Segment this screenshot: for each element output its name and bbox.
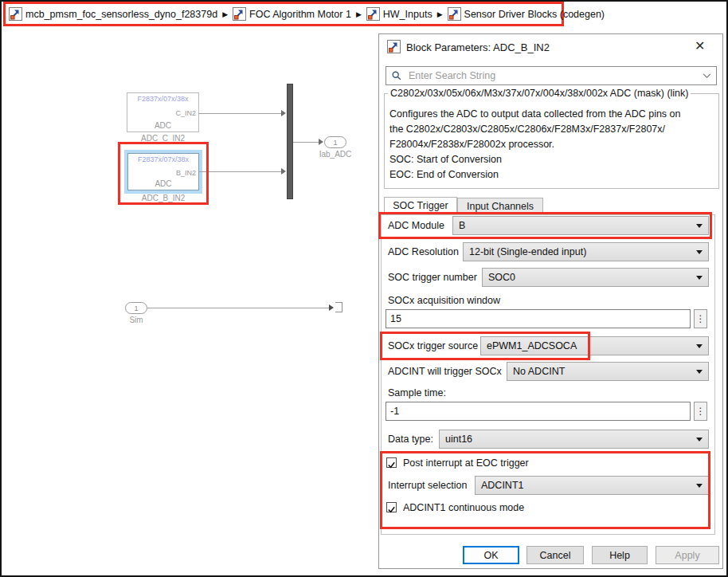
signal-wire (147, 308, 331, 308)
breadcrumb-item-foc-algorithm[interactable]: FOC Algorithm Motor 1 (249, 9, 351, 20)
subsystem-icon (448, 7, 461, 21)
block-body-label: ADC (128, 179, 198, 188)
tab-soc-trigger[interactable]: SOC Trigger (384, 197, 457, 214)
block-parameters-dialog: Block Parameters: ADC_B_IN2 ✕ C2802x/03x… (378, 33, 723, 569)
sample-time-label: Sample time: (388, 387, 446, 398)
data-type-dropdown[interactable]: uint16 (439, 430, 709, 449)
dropdown-arrow-icon (696, 438, 703, 445)
inport-caption: Sim (119, 316, 154, 324)
dropdown-arrow-icon (696, 276, 703, 283)
block-body-label: ADC (127, 121, 198, 130)
post-interrupt-label: Post interrupt at EOC trigger (403, 457, 529, 469)
post-interrupt-checkbox[interactable] (386, 457, 397, 468)
breadcrumb-separator: ▶ (356, 10, 362, 18)
adcint-will-trigger-label: ADCINT will trigger SOCx (388, 366, 502, 377)
mask-title: C2802x/03x/05x/06x/M3x/37x/07x/004x/38x/… (388, 88, 691, 99)
interrupt-selection-label: Interrupt selection (388, 480, 467, 491)
search-box (386, 66, 717, 85)
adcint1-continuous-checkbox[interactable] (386, 502, 397, 512)
subsystem-icon (366, 7, 380, 21)
adcint1-continuous-label: ADCINT1 continuous mode (403, 502, 524, 513)
tab-input-channels[interactable]: Input Channels (457, 198, 543, 215)
interrupt-selection-dropdown[interactable]: ADCINT1 (475, 476, 709, 495)
socx-trigger-source-label: SOCx trigger source (388, 340, 478, 351)
breadcrumb-item-model[interactable]: mcb_pmsm_foc_sensorless_dyno_f28379d (25, 9, 217, 20)
outport-caption: Iab_ADC (316, 150, 354, 159)
checkmark-icon (387, 461, 396, 469)
adc-resolution-label: ADC Resolution (388, 246, 459, 257)
block-port-label: C_IN2 (175, 109, 196, 117)
breadcrumb-item-hw-inputs[interactable]: HW_Inputs (383, 9, 432, 20)
breadcrumb-separator: ▶ (437, 10, 443, 18)
adc-module-dropdown[interactable]: B (452, 216, 709, 235)
dropdown-arrow-icon (696, 250, 703, 257)
signal-wire (293, 142, 319, 143)
simulink-window: mcb_pmsm_foc_sensorless_dyno_f28379d ▶ F… (0, 0, 728, 577)
sample-time-input[interactable]: -1 (386, 402, 691, 421)
close-icon[interactable]: ✕ (695, 41, 705, 52)
search-input[interactable] (407, 69, 698, 82)
signal-wire (199, 171, 282, 172)
terminator-block[interactable] (335, 302, 342, 312)
mask-description: Configures the ADC to output data collec… (389, 107, 715, 183)
dialog-title: Block Parameters: ADC_B_IN2 (406, 41, 550, 53)
wire-arrowhead (329, 304, 334, 311)
edit-options-button[interactable]: ⋮ (694, 402, 707, 421)
wire-arrowhead (281, 168, 286, 175)
ok-button[interactable]: OK (463, 546, 519, 564)
mask-description-group: C2802x/03x/05x/06x/M3x/37x/07x/004x/38x/… (384, 93, 719, 189)
socx-acquisition-window-label: SOCx acquisition window (388, 295, 500, 306)
subsystem-icon (233, 7, 246, 21)
cancel-button[interactable]: Cancel (526, 546, 584, 564)
data-type-label: Data type: (388, 434, 433, 445)
breadcrumb-separator: ▶ (222, 10, 228, 18)
checkmark-icon (387, 505, 396, 514)
subsystem-icon (9, 7, 22, 21)
block-caption: ADC_B_IN2 (127, 194, 199, 202)
block-port-label: B_IN2 (176, 169, 196, 177)
adcint-will-trigger-dropdown[interactable]: No ADCINT (507, 362, 709, 381)
block-parameters-icon (387, 40, 401, 53)
help-button[interactable]: Help (592, 546, 648, 564)
block-header-label: F2837x/07x/38x (127, 95, 198, 103)
socx-trigger-source-dropdown[interactable]: ePWM1_ADCSOCA (480, 336, 709, 355)
dropdown-arrow-icon (696, 370, 703, 377)
block-header-label: F2837x/07x/38x (128, 155, 198, 163)
signal-wire (199, 113, 282, 114)
block-adc-c-in2[interactable]: F2837x/07x/38x C_IN2 ADC (127, 92, 199, 132)
edit-options-button[interactable]: ⋮ (694, 309, 707, 328)
block-caption: ADC_C_IN2 (127, 134, 199, 143)
breadcrumb: mcb_pmsm_foc_sensorless_dyno_f28379d ▶ F… (3, 2, 564, 26)
soc-trigger-number-dropdown[interactable]: SOC0 (482, 268, 709, 287)
adc-resolution-dropdown[interactable]: 12-bit (Single-ended input) (463, 242, 709, 261)
search-icon (391, 70, 402, 81)
wire-arrowhead (281, 110, 286, 116)
dropdown-arrow-icon (696, 224, 703, 231)
mux-block[interactable] (287, 84, 293, 199)
adc-module-label: ADC Module (388, 220, 444, 231)
socx-acquisition-window-input[interactable]: 15 (386, 309, 691, 328)
dropdown-arrow-icon (696, 484, 703, 491)
chevron-down-icon[interactable] (703, 73, 711, 79)
outport-block[interactable]: 1 (324, 136, 346, 148)
inport-block[interactable]: 1 (125, 302, 147, 314)
block-adc-b-in2[interactable]: F2837x/07x/38x B_IN2 ADC (127, 153, 199, 190)
dropdown-arrow-icon (696, 344, 703, 351)
wire-arrowhead (319, 139, 323, 145)
soc-trigger-number-label: SOC trigger number (388, 272, 477, 283)
apply-button[interactable]: Apply (656, 546, 719, 564)
breadcrumb-item-sensor-driver[interactable]: Sensor Driver Blocks (codegen) (464, 9, 605, 20)
